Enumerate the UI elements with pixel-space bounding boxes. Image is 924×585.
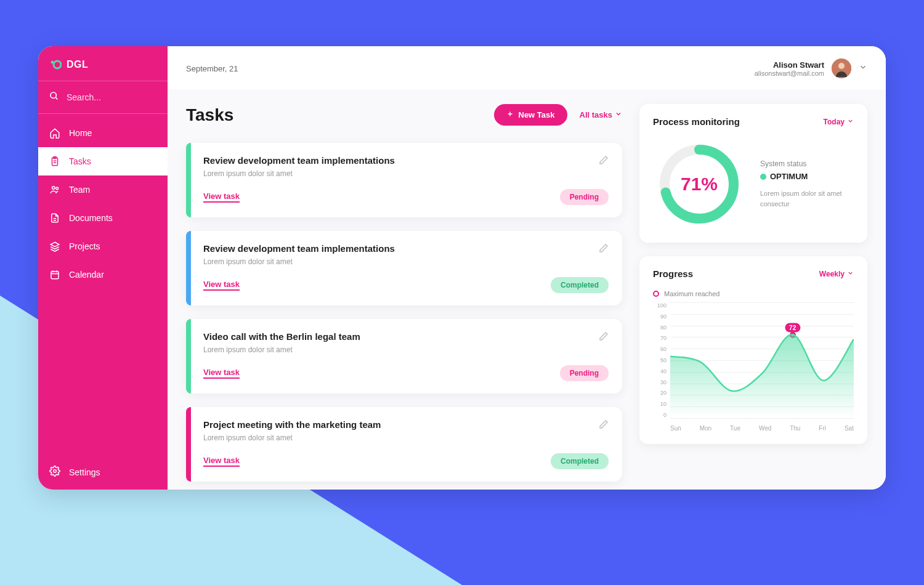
status-block: System status OPTIMUM Lorem ipsum dolor …: [760, 159, 854, 209]
task-stripe: [186, 407, 191, 482]
svg-point-0: [54, 61, 61, 68]
search-row: [38, 81, 168, 114]
panel-title: Process monitoring: [653, 116, 740, 127]
task-title: Video call with the Berlin legal team: [203, 331, 360, 342]
svg-point-17: [54, 470, 57, 473]
svg-marker-12: [51, 242, 59, 247]
document-icon: [49, 212, 60, 224]
svg-point-19: [838, 63, 845, 69]
svg-point-1: [51, 61, 54, 64]
nav-item-projects[interactable]: Projects: [38, 232, 168, 260]
task-card: Review development team implementationsL…: [186, 143, 622, 217]
task-card: Review development team implementationsL…: [186, 231, 622, 305]
edit-icon[interactable]: [599, 155, 609, 167]
task-card: Video call with the Berlin legal teamLor…: [186, 319, 622, 393]
gear-icon: [49, 466, 60, 478]
status-badge: Completed: [551, 277, 609, 293]
svg-rect-13: [51, 272, 59, 279]
app-window: DGL Home Tasks Team Documents: [38, 46, 886, 490]
user-email: alisonstwart@mail.com: [755, 70, 824, 77]
layers-icon: [49, 241, 60, 252]
brand-name: DGL: [67, 59, 88, 70]
panel-title: Progress: [653, 268, 693, 279]
nav-item-home[interactable]: Home: [38, 119, 168, 147]
topbar-date: September, 21: [186, 64, 238, 73]
nav-label: Projects: [69, 241, 100, 251]
brand-logo-icon: [49, 58, 62, 71]
nav-label: Tasks: [69, 156, 91, 166]
status-description: Lorem ipsum dolor sit amet consectur: [760, 188, 854, 209]
search-icon: [49, 91, 59, 103]
progress-filter[interactable]: Weekly: [819, 270, 854, 278]
user-text: Alison Stwart alisonstwart@mail.com: [755, 60, 824, 77]
edit-icon[interactable]: [599, 243, 609, 256]
status-badge: Completed: [551, 453, 609, 469]
clipboard-icon: [49, 156, 60, 167]
status-badge: Pending: [560, 365, 609, 381]
nav-item-tasks[interactable]: Tasks: [38, 147, 168, 176]
nav-label: Calendar: [69, 270, 104, 280]
new-task-button[interactable]: New Task: [494, 104, 567, 126]
user-block[interactable]: Alison Stwart alisonstwart@mail.com: [755, 58, 867, 78]
task-stripe: [186, 231, 191, 305]
nav: Home Tasks Team Documents Projects Calen…: [38, 114, 168, 454]
process-filter[interactable]: Today: [824, 118, 854, 126]
tasks-filter[interactable]: All tasks: [580, 110, 622, 119]
task-title: Review development team implementations: [203, 243, 395, 254]
page-title: Tasks: [186, 105, 233, 125]
task-card: Project meeting with the marketing teamL…: [186, 407, 622, 482]
side-column: Process monitoring Today 71% System stat…: [639, 104, 867, 471]
svg-point-8: [52, 187, 55, 190]
status-value: OPTIMUM: [770, 172, 808, 181]
status-badge: Pending: [560, 189, 609, 205]
task-stripe: [186, 143, 191, 217]
svg-line-3: [55, 97, 57, 99]
nav-label: Documents: [69, 213, 113, 223]
nav-item-calendar[interactable]: Calendar: [38, 260, 168, 289]
nav-label: Team: [69, 185, 90, 195]
team-icon: [49, 184, 60, 195]
process-panel: Process monitoring Today 71% System stat…: [639, 104, 867, 243]
view-task-link[interactable]: View task: [203, 368, 240, 379]
task-subtitle: Lorem ipsum dolor sit amet: [203, 345, 360, 354]
search-input[interactable]: [67, 92, 156, 102]
status-indicator-icon: [760, 174, 766, 180]
donut-value: 71%: [653, 138, 745, 230]
nav-item-team[interactable]: Team: [38, 176, 168, 204]
edit-icon[interactable]: [599, 331, 609, 344]
content: Tasks New Task All tasks Review developm…: [168, 89, 886, 490]
chart-legend: Maximum reached: [653, 290, 854, 297]
main-area: September, 21 Alison Stwart alisonstwart…: [168, 46, 886, 490]
task-subtitle: Lorem ipsum dolor sit amet: [203, 257, 395, 266]
user-name: Alison Stwart: [755, 60, 824, 70]
filter-label: Weekly: [819, 270, 845, 278]
chevron-down-icon: [859, 63, 867, 74]
task-title: Project meeting with the marketing team: [203, 419, 381, 430]
tasks-list: Review development team implementationsL…: [186, 143, 622, 482]
sidebar: DGL Home Tasks Team Documents: [38, 46, 168, 490]
view-task-link[interactable]: View task: [203, 456, 240, 467]
avatar: [832, 58, 851, 78]
legend-label: Maximum reached: [664, 290, 719, 297]
edit-icon[interactable]: [599, 419, 609, 432]
calendar-icon: [49, 269, 60, 280]
task-title: Review development team implementations: [203, 155, 395, 166]
tasks-column: Tasks New Task All tasks Review developm…: [186, 104, 622, 471]
nav-label: Home: [69, 128, 92, 138]
nav-item-settings[interactable]: Settings: [38, 454, 168, 490]
status-label: System status: [760, 159, 854, 168]
tasks-header: Tasks New Task All tasks: [186, 104, 622, 126]
topbar: September, 21 Alison Stwart alisonstwart…: [168, 46, 886, 89]
view-task-link[interactable]: View task: [203, 280, 240, 291]
task-subtitle: Lorem ipsum dolor sit amet: [203, 434, 381, 442]
chevron-down-icon: [847, 118, 854, 126]
progress-panel: Progress Weekly Maximum reached 10090807…: [639, 256, 867, 444]
nav-label: Settings: [69, 467, 100, 477]
svg-point-9: [56, 187, 59, 190]
filter-label: All tasks: [580, 110, 612, 119]
progress-chart: 1009080706050403020100 72 SunMonTueWedTh…: [653, 302, 854, 432]
nav-item-documents[interactable]: Documents: [38, 204, 168, 232]
home-icon: [49, 127, 60, 139]
task-stripe: [186, 319, 191, 393]
view-task-link[interactable]: View task: [203, 192, 240, 203]
